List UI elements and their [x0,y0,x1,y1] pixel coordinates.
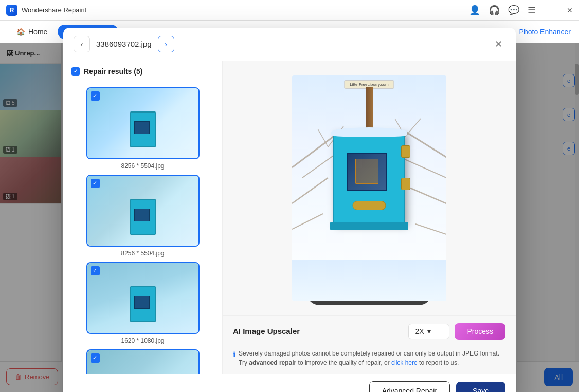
close-button[interactable]: ✕ [491,37,505,51]
menu-icon[interactable]: ☰ [528,5,536,16]
hinge-bottom [401,178,410,190]
scale-dropdown[interactable]: 2X ▾ [408,324,449,339]
app-icon: R [6,5,17,16]
save-button[interactable]: Save [456,382,505,393]
process-button[interactable]: Process [455,323,505,340]
title-bar-left: R Wondershare Repairit [6,5,86,16]
svg-line-2 [292,178,328,203]
svg-line-0 [292,137,333,167]
file-thumbnail-4 [87,350,198,374]
svg-line-3 [292,214,323,229]
prev-button[interactable]: ‹ [74,36,90,52]
app-title: Wondershare Repairit [22,6,86,14]
home-tab-label: Home [28,28,47,36]
title-bar: R Wondershare Repairit 👤 🎧 💬 ☰ — ✕ [0,0,579,21]
app-window: R Wondershare Repairit 👤 🎧 💬 ☰ — ✕ 🏠 Hom… [0,0,579,392]
minimize-button[interactable]: — [552,6,559,14]
next-icon: › [165,40,167,48]
library-window [347,153,387,191]
chevron-down-icon: ▾ [427,327,431,335]
file-thumbnail-1 [87,88,198,158]
ai-section: AI Image Upscaler 2X ▾ Process [223,315,516,345]
modal-body: ✓ Repair results (5) ✓ [63,61,516,374]
file-label-3: 1620 * 1080.jpg [121,337,164,344]
snow-cap [331,127,407,137]
file-thumbnail-3 [87,263,198,333]
library-box [333,132,405,224]
list-item[interactable]: ✓ 8256 * 5504.jpg [68,87,217,170]
file-thumb-1[interactable]: ✓ [86,87,200,159]
scale-value: 2X [415,327,424,335]
photo-enhancer-link[interactable]: Photo Enhancer [519,28,571,36]
file-list-header: ✓ Repair results (5) [63,61,222,82]
snow-ground [292,260,446,301]
file-thumbnail-2 [87,176,198,246]
modal-overlay: ‹ 3386093702.jpg › ✕ [0,43,579,392]
file-list-panel: ✓ Repair results (5) ✓ [63,61,223,374]
advanced-repair-button[interactable]: Advanced Repair [369,381,450,393]
select-all-checkbox[interactable]: ✓ [71,67,80,76]
preview-image-container: LitterFreeLibrary.com [223,61,516,315]
svg-line-7 [415,224,446,234]
modal-nav: ‹ 3386093702.jpg › [74,36,174,52]
list-item[interactable]: ✓ 1620 * 1080.jpg [68,262,217,344]
scale-select: 2X ▾ Process [408,323,505,340]
click-here-link[interactable]: click here [391,359,418,366]
info-message: ℹ Severely damaged photos cannot be comp… [223,345,516,374]
modal-footer: Advanced Repair Save [63,374,516,393]
file-checkbox-2[interactable]: ✓ [91,179,100,188]
file-checkbox-1[interactable]: ✓ [91,91,100,101]
list-item[interactable]: ✓ 640 * 424.jpg [68,349,217,374]
main-content: 🖼 Unrep... 🖼5 🖼1 [0,43,579,392]
svg-line-6 [410,188,446,203]
svg-line-11 [405,119,421,137]
file-list-scroll[interactable]: ✓ 8256 * 5504.jpg [63,82,222,374]
nameplate [353,201,386,210]
file-list-title: Repair results (5) [84,67,142,76]
preview-area: LitterFreeLibrary.com [223,61,516,374]
next-button[interactable]: › [158,36,174,52]
chat-icon[interactable]: 💬 [508,5,519,16]
preview-image: LitterFreeLibrary.com [292,75,446,301]
tab-home[interactable]: 🏠 Home [8,24,56,40]
box-base [330,222,408,230]
file-thumb-4[interactable]: ✓ [86,349,200,374]
list-item[interactable]: ✓ 8256 * 5504.jpg [68,175,217,257]
svg-line-4 [405,132,446,157]
info-icon: ℹ [233,349,236,360]
close-icon: ✕ [495,39,502,50]
advanced-repair-text: advanced repair [249,359,296,366]
home-icon: 🏠 [16,28,25,36]
close-button[interactable]: ✕ [567,6,573,14]
title-bar-icons: 👤 🎧 💬 ☰ — ✕ [469,5,573,16]
svg-line-5 [400,157,446,178]
modal-dialog: ‹ 3386093702.jpg › ✕ [63,28,516,393]
file-label-1: 8256 * 5504.jpg [121,162,164,170]
file-thumb-2[interactable]: ✓ [86,175,200,247]
file-label-2: 8256 * 5504.jpg [121,250,164,257]
file-thumb-3[interactable]: ✓ [86,262,200,334]
headset-icon[interactable]: 🎧 [488,5,500,16]
window-controls: — ✕ [552,6,573,14]
file-checkbox-4[interactable]: ✓ [91,353,100,363]
modal-header: ‹ 3386093702.jpg › ✕ [63,28,516,61]
modal-filename: 3386093702.jpg [96,40,152,48]
hinge-top [401,145,410,158]
account-icon[interactable]: 👤 [469,5,480,16]
file-checkbox-3[interactable]: ✓ [91,266,100,275]
prev-icon: ‹ [81,40,83,48]
ai-label: AI Image Upscaler [233,327,300,335]
info-text: Severely damaged photos cannot be comple… [239,349,505,367]
